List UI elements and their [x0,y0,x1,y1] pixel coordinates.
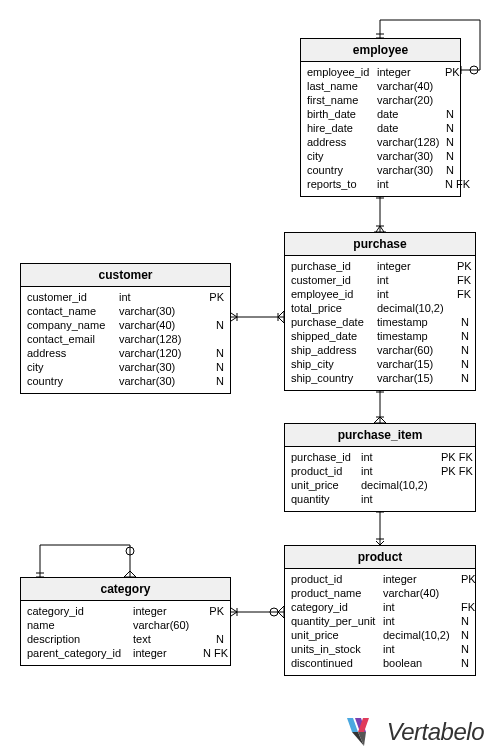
column-name: city [307,149,377,163]
column-flags: N [440,135,454,149]
column-flags: N [455,614,469,628]
column-name: employee_id [291,287,377,301]
entity-purchase-item[interactable]: purchase_item purchase_idintPK FKproduct… [284,423,476,512]
column-name: customer_id [27,290,119,304]
column-name: address [307,135,377,149]
column-type: integer [133,646,197,660]
column-name: reports_to [307,177,377,191]
vertabelo-logo-text: Vertabelo [387,718,484,746]
column-name: first_name [307,93,377,107]
column-type: integer [377,65,439,79]
entity-body: product_idintegerPKproduct_namevarchar(4… [285,569,475,675]
column-flags: N [455,656,469,670]
column-flags: N [455,315,469,329]
column-row: first_namevarchar(20) [307,93,454,107]
column-flags [218,332,224,346]
column-flags: N [440,107,454,121]
column-flags [218,304,224,318]
column-flags [218,618,224,632]
column-type: varchar(15) [377,357,451,371]
column-name: units_in_stock [291,642,383,656]
vertabelo-logo: Vertabelo [347,718,484,746]
column-name: contact_name [27,304,119,318]
column-name: purchase_id [291,450,361,464]
column-row: purchase_datetimestampN [291,315,469,329]
svg-line-39 [231,612,237,616]
svg-line-14 [231,313,237,317]
column-type: varchar(30) [377,163,439,177]
entity-body: customer_idintPKcontact_namevarchar(30)c… [21,287,230,393]
column-row: birth_datedateN [307,107,454,121]
column-type: varchar(40) [383,586,455,600]
column-row: purchase_idintPK FK [291,450,469,464]
column-row: namevarchar(60) [27,618,224,632]
column-flags [463,301,469,315]
column-flags: N [455,343,469,357]
column-row: product_idintegerPK [291,572,469,586]
column-row: countryvarchar(30)N [307,163,454,177]
column-type: date [377,107,439,121]
column-row: employee_idintFK [291,287,469,301]
column-name: discontinued [291,656,383,670]
column-flags: N [455,371,469,385]
column-name: name [27,618,133,632]
column-row: countryvarchar(30)N [27,374,224,388]
entity-customer[interactable]: customer customer_idintPKcontact_namevar… [20,263,231,394]
column-name: purchase_date [291,315,377,329]
column-type: boolean [383,656,455,670]
entity-body: purchase_idintegerPKcustomer_idintFKempl… [285,256,475,390]
column-type: timestamp [377,315,451,329]
column-flags: N [440,163,454,177]
column-row: ship_addressvarchar(60)N [291,343,469,357]
column-name: parent_category_id [27,646,133,660]
entity-title: purchase_item [285,424,475,447]
entity-purchase[interactable]: purchase purchase_idintegerPKcustomer_id… [284,232,476,391]
column-name: description [27,632,133,646]
column-type: varchar(30) [377,149,439,163]
column-row: customer_idintFK [291,273,469,287]
column-type: varchar(20) [377,93,439,107]
column-name: hire_date [307,121,377,135]
entity-employee[interactable]: employee employee_idintegerPKlast_nameva… [300,38,461,197]
column-type: decimal(10,2) [377,301,451,315]
column-row: discontinuedbooleanN [291,656,469,670]
column-type: varchar(120) [119,346,199,360]
column-flags: N [210,632,224,646]
column-type: varchar(30) [119,304,199,318]
column-row: product_idintPK FK [291,464,469,478]
svg-point-40 [270,608,278,616]
column-flags [448,79,454,93]
column-flags: PK [203,604,224,618]
svg-line-38 [231,608,237,612]
column-name: category_id [27,604,133,618]
column-row: contact_emailvarchar(128) [27,332,224,346]
column-name: product_name [291,586,383,600]
column-row: parent_category_idintegerN FK [27,646,224,660]
entity-category[interactable]: category category_idintegerPKnamevarchar… [20,577,231,666]
entity-product[interactable]: product product_idintegerPKproduct_namev… [284,545,476,676]
column-flags: N [210,374,224,388]
column-name: city [27,360,119,374]
column-flags [448,93,454,107]
column-type: int [377,287,451,301]
column-row: cityvarchar(30)N [27,360,224,374]
column-flags: N FK [439,177,470,191]
column-type: int [377,177,439,191]
column-flags: FK [451,273,471,287]
column-row: addressvarchar(128)N [307,135,454,149]
entity-title: category [21,578,230,601]
column-row: employee_idintegerPK [307,65,454,79]
column-row: reports_tointN FK [307,177,454,191]
column-flags [463,492,469,506]
column-name: contact_email [27,332,119,346]
column-flags: PK [203,290,224,304]
column-flags: N [440,121,454,135]
column-flags: PK [451,259,472,273]
column-type: varchar(60) [133,618,197,632]
column-name: last_name [307,79,377,93]
entity-title: employee [301,39,460,62]
column-type: decimal(10,2) [361,478,435,492]
column-type: int [361,450,435,464]
column-row: product_namevarchar(40) [291,586,469,600]
column-name: unit_price [291,478,361,492]
